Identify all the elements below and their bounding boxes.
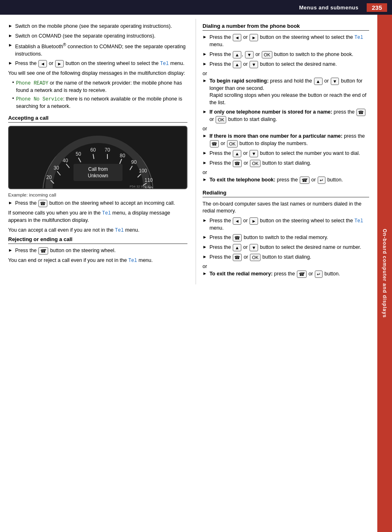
bullet-text: Press the ☎ button to switch to the redi… (209, 234, 328, 241)
bullet-text: Switch on COMAND (see the separate opera… (15, 33, 156, 40)
bullet-arrow: ► (203, 271, 207, 276)
list-item: ► Press the ☎ or OK button to start dial… (203, 160, 369, 167)
list-item: ► If only one telephone number is stored… (203, 109, 369, 123)
bullet-arrow: ► (8, 200, 13, 205)
bullet-text: Press the ☎ or OK button to start dialin… (209, 160, 311, 167)
sub-bullet-dot: • (12, 80, 14, 85)
bullet-arrow: ► (203, 51, 207, 56)
bullet-text: Press the ◄ or ► button on the steering … (209, 217, 369, 232)
svg-text:P54 32 998-31: P54 32 998-31 (129, 185, 151, 188)
bullet-arrow: ► (203, 133, 207, 138)
dialing-heading: Dialing a number from the phone book (203, 23, 369, 31)
list-item: ► Press the ◄ or ► button on the steerin… (8, 60, 187, 67)
svg-text:70: 70 (105, 147, 110, 153)
sub-bullet-item: • Phone No Service: there is no network … (8, 96, 187, 110)
bullet-arrow: ► (203, 34, 207, 39)
para4: You can end or reject a call even if you… (8, 257, 187, 264)
bullet-arrow: ► (8, 23, 13, 28)
rejecting-heading: Rejecting or ending a call (8, 236, 187, 244)
list-item: ► Press the ▲, ▼ or OK button to switch … (203, 51, 369, 58)
bullet-arrow: ► (203, 177, 207, 182)
left-column: ► Switch on the mobile phone (see the se… (0, 19, 196, 284)
bullet-text: Press the ▲ or ▼ button to select the de… (209, 244, 361, 251)
bullet-text: Press the ☎ button on the steering wheel… (15, 200, 175, 207)
bullet-text: To begin rapid scrolling: press and hold… (209, 78, 369, 107)
list-item: ► Press the ▲ or ▼ button to select the … (203, 61, 369, 68)
sub-bullet-text: Phone READY or the name of the network p… (16, 80, 187, 94)
sub-bullet-text: Phone No Service: there is no network av… (16, 96, 187, 110)
or-line: or (203, 264, 369, 269)
bullet-arrow: ► (8, 33, 13, 38)
bullet-text: Press the ▲ or ▼ button to select the de… (209, 61, 337, 68)
list-item: ► Switch on COMAND (see the separate ope… (8, 33, 187, 40)
bullet-arrow: ► (203, 150, 207, 155)
redialing-heading: Redialing (203, 190, 369, 197)
bullet-text: Press the ◄ or ► button on the steering … (209, 34, 369, 49)
bullet-text: Press the ☎̅ button on the steering whee… (15, 247, 116, 255)
para2: If someone calls you when you are in the… (8, 210, 187, 224)
bullet-arrow: ► (8, 248, 13, 253)
bullet-text: Press the ▲ or ▼ button to select the nu… (209, 150, 360, 157)
list-item: ► Switch on the mobile phone (see the se… (8, 23, 187, 30)
bullet-text: If only one telephone number is stored f… (209, 109, 369, 123)
bullet-arrow: ► (8, 42, 13, 47)
sub-bullet-item: • Phone READY or the name of the network… (8, 80, 187, 94)
bullet-arrow: ► (203, 109, 207, 114)
right-column: Dialing a number from the phone book ► P… (196, 19, 377, 284)
svg-text:Call from: Call from (88, 166, 107, 172)
para3: You can accept a call even if you are no… (8, 227, 187, 234)
bullet-arrow: ► (8, 60, 13, 65)
list-item: ► To begin rapid scrolling: press and ho… (203, 78, 369, 107)
bullet-text: To exit the telephone book: press the ☎̅… (209, 177, 343, 184)
dashboard-image: 20 30 40 50 60 70 80 (8, 126, 187, 189)
bullet-arrow: ► (203, 218, 207, 223)
svg-text:90: 90 (131, 159, 137, 165)
gauge-svg: 20 30 40 50 60 70 80 (33, 127, 163, 188)
svg-text:50: 50 (76, 151, 81, 157)
list-item: ► Press the ☎ button on the steering whe… (8, 200, 187, 207)
svg-text:110: 110 (144, 177, 152, 183)
list-item: ► Press the ◄ or ► button on the steerin… (203, 34, 369, 49)
list-item: ► To exit the redial memory: press the ☎… (203, 270, 369, 278)
list-item: ► Press the ▲ or ▼ button to select the … (203, 150, 369, 157)
or-line: or (203, 170, 369, 175)
example-caption: Example: incoming call (8, 192, 187, 197)
svg-text:Unknown: Unknown (87, 173, 108, 179)
list-item: ► Establish a Bluetooth® connection to C… (8, 42, 187, 58)
accepting-heading: Accepting a call (8, 115, 187, 123)
bullet-text: Establish a Bluetooth® connection to COM… (15, 42, 187, 58)
svg-text:80: 80 (120, 153, 125, 159)
bullet-text: Press the ◄ or ► button on the steering … (15, 60, 185, 67)
list-item: ► If there is more than one number for a… (203, 133, 369, 148)
list-item: ► Press the ▲ or ▼ button to select the … (203, 244, 369, 251)
bullet-arrow: ► (203, 78, 207, 83)
bullet-text: Press the ▲, ▼ or OK button to switch to… (209, 51, 353, 58)
bullet-arrow: ► (203, 61, 207, 66)
bullet-text: To exit the redial memory: press the ☎̅ … (209, 270, 340, 278)
redialing-para: The on-board computer saves the last nam… (203, 201, 369, 215)
svg-text:100: 100 (138, 168, 147, 174)
bullet-arrow: ► (203, 254, 207, 259)
page-number: 235 (367, 3, 387, 12)
header-bar: Menus and submenus 235 (0, 0, 392, 15)
list-item: ► To exit the telephone book: press the … (203, 177, 369, 184)
or-line: or (203, 126, 369, 132)
list-item: ► Press the ◄ or ► button on the steerin… (203, 217, 369, 232)
list-item: ► Press the ☎ button to switch to the re… (203, 234, 369, 241)
svg-text:40: 40 (62, 158, 68, 163)
list-item: ► Press the ☎̅ button on the steering wh… (8, 247, 187, 255)
sub-bullet-dot: • (12, 96, 14, 101)
bullet-arrow: ► (203, 244, 207, 249)
list-item: ► Press the ☎ or OK button to start dial… (203, 254, 369, 261)
svg-text:20: 20 (46, 174, 52, 180)
bullet-arrow: ► (203, 160, 207, 165)
bullet-text: Switch on the mobile phone (see the sepa… (15, 23, 172, 30)
bullet-arrow: ► (203, 235, 207, 239)
bullet-text: If there is more than one number for a p… (209, 133, 369, 148)
main-content: ► Switch on the mobile phone (see the se… (0, 15, 392, 288)
svg-text:30: 30 (53, 165, 59, 171)
bullet-text: Press the ☎ or OK button to start dialin… (209, 254, 311, 261)
section-label: Menus and submenus (5, 4, 367, 11)
para1: You will see one of the following displa… (8, 70, 187, 77)
or-line: or (203, 71, 369, 76)
